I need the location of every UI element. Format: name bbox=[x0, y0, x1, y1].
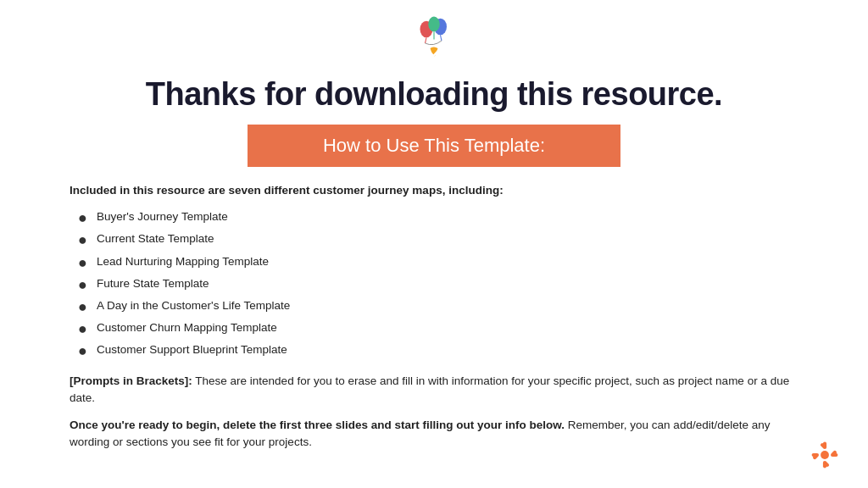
once-paragraph: Once you're ready to begin, delete the f… bbox=[70, 417, 798, 452]
content-section: Included in this resource are seven diff… bbox=[70, 182, 798, 452]
list-item: ●A Day in the Customer's Life Template bbox=[78, 297, 798, 318]
template-list: ●Buyer's Journey Template●Current State … bbox=[78, 208, 798, 362]
list-item: ●Buyer's Journey Template bbox=[78, 208, 798, 229]
bullet-icon: ● bbox=[78, 274, 93, 296]
list-item: ●Future State Template bbox=[78, 274, 798, 296]
bullet-icon: ● bbox=[78, 297, 93, 318]
once-bold: Once you're ready to begin, delete the f… bbox=[70, 419, 565, 431]
orange-banner: How to Use This Template: bbox=[248, 125, 620, 167]
page-container: Thanks for downloading this resource. Ho… bbox=[0, 0, 868, 488]
intro-paragraph: Included in this resource are seven diff… bbox=[70, 182, 798, 199]
banner-text: How to Use This Template: bbox=[323, 135, 545, 156]
prompts-paragraph: [Prompts in Brackets]: These are intende… bbox=[70, 373, 798, 408]
bullet-icon: ● bbox=[78, 208, 93, 229]
prompts-bold: [Prompts in Brackets]: bbox=[70, 374, 192, 387]
list-item: ●Current State Template bbox=[78, 230, 798, 251]
list-item: ●Customer Churn Mapping Template bbox=[78, 319, 798, 340]
bullet-icon: ● bbox=[78, 319, 93, 340]
hubspot-logo bbox=[807, 437, 843, 473]
svg-point-2 bbox=[428, 17, 440, 32]
list-item: ●Customer Support Blueprint Template bbox=[78, 341, 798, 362]
intro-bold: Included in this resource are seven diff… bbox=[70, 184, 504, 197]
bullet-icon: ● bbox=[78, 230, 93, 251]
svg-point-4 bbox=[821, 451, 829, 459]
bullet-icon: ● bbox=[78, 252, 93, 274]
list-item: ●Lead Nurturing Mapping Template bbox=[78, 252, 798, 274]
decoration-icon bbox=[409, 15, 459, 76]
main-title: Thanks for downloading this resource. bbox=[146, 76, 722, 113]
bullet-icon: ● bbox=[78, 341, 93, 362]
